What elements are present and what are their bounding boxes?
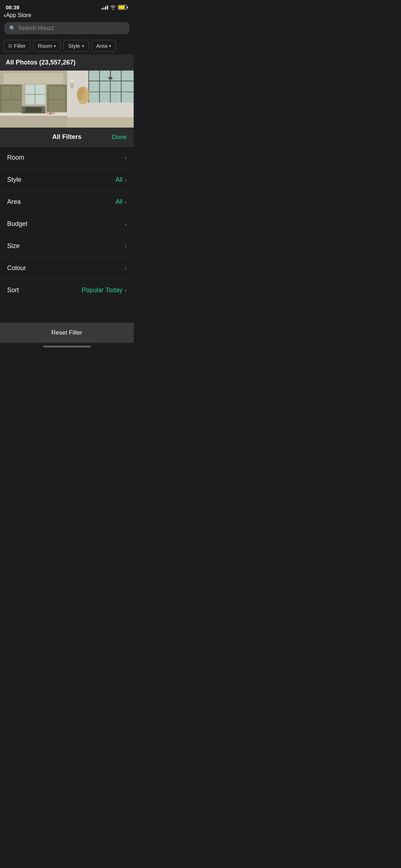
filters-title: All Filters xyxy=(52,133,81,141)
search-bar[interactable]: 🔍 Search Houzz xyxy=(4,22,129,34)
svg-rect-5 xyxy=(2,100,22,113)
svg-rect-8 xyxy=(25,107,42,112)
room-filter-label: Room xyxy=(7,154,24,161)
signal-icon xyxy=(102,5,108,10)
chevron-down-icon: ▾ xyxy=(54,44,56,48)
status-time: 08:39 xyxy=(6,4,19,10)
colour-chevron-right-icon: › xyxy=(125,265,127,272)
app-store-back-row[interactable]: ‹ App Store xyxy=(0,10,134,21)
svg-point-32 xyxy=(108,77,112,79)
search-placeholder: Search Houzz xyxy=(18,25,54,31)
area-filter-value: All xyxy=(115,198,123,206)
style-chip[interactable]: Style ▾ xyxy=(63,40,88,52)
style-label: Style xyxy=(68,43,80,49)
photos-count: All Photos (23,557,267) xyxy=(6,59,76,66)
style-filter-item[interactable]: Style All › xyxy=(0,169,134,191)
svg-rect-16 xyxy=(49,100,65,111)
area-filter-label: Area xyxy=(7,198,21,206)
status-icons: ⚡ xyxy=(102,5,128,10)
svg-rect-4 xyxy=(11,87,20,99)
size-filter-right: › xyxy=(125,243,127,249)
sort-filter-right: Popular Today › xyxy=(82,286,127,294)
filter-chips-row: ⊟ Filter Room ▾ Style ▾ Area ▾ xyxy=(0,37,134,55)
size-chevron-right-icon: › xyxy=(125,243,127,249)
svg-point-26 xyxy=(70,79,74,83)
battery-icon: ⚡ xyxy=(118,5,128,10)
room-filter-item[interactable]: Room › xyxy=(0,147,134,169)
colour-filter-item[interactable]: Colour › xyxy=(0,257,134,279)
filters-done-button[interactable]: Done xyxy=(112,134,127,141)
home-bar xyxy=(43,346,91,347)
reset-filter-bar[interactable]: Reset Filter xyxy=(0,323,134,343)
filter-label: Filter xyxy=(14,43,26,49)
style-filter-right: All › xyxy=(115,176,127,184)
area-chevron-right-icon: › xyxy=(125,199,127,205)
filters-overlay: All Filters Done xyxy=(0,128,134,147)
sort-filter-value: Popular Today xyxy=(82,286,123,294)
budget-filter-label: Budget xyxy=(7,220,27,228)
home-indicator xyxy=(0,343,134,350)
room-chevron-right-icon: › xyxy=(125,155,127,161)
search-icon: 🔍 xyxy=(9,25,15,31)
photo-grid xyxy=(0,71,134,128)
reset-filter-label: Reset Filter xyxy=(51,329,82,336)
svg-point-29 xyxy=(81,92,88,103)
room-filter-right: › xyxy=(125,155,127,161)
area-filter-item[interactable]: Area All › xyxy=(0,191,134,213)
svg-rect-30 xyxy=(67,117,134,128)
budget-filter-right: › xyxy=(125,221,127,227)
status-bar: 08:39 ⚡ xyxy=(0,0,134,10)
app-store-back-label: App Store xyxy=(6,12,31,19)
colour-filter-label: Colour xyxy=(7,264,26,272)
budget-chevron-right-icon: › xyxy=(125,221,127,227)
area-chevron-down-icon: ▾ xyxy=(109,44,111,48)
colour-filter-right: › xyxy=(125,265,127,272)
wifi-icon xyxy=(110,5,116,10)
budget-filter-item[interactable]: Budget › xyxy=(0,213,134,235)
style-filter-label: Style xyxy=(7,176,21,184)
filters-header: All Filters Done xyxy=(0,128,134,147)
style-chevron-down-icon: ▾ xyxy=(82,44,84,48)
svg-rect-3 xyxy=(2,87,11,99)
area-label: Area xyxy=(96,43,108,49)
area-chip[interactable]: Area ▾ xyxy=(92,40,116,52)
back-chevron-icon: ‹ xyxy=(4,11,6,19)
style-filter-value: All xyxy=(115,176,123,184)
room-chip[interactable]: Room ▾ xyxy=(33,40,61,52)
photos-header: All Photos (23,557,267) xyxy=(0,55,134,71)
search-row: 🔍 Search Houzz xyxy=(0,21,134,37)
svg-rect-18 xyxy=(88,71,134,103)
style-chevron-right-icon: › xyxy=(125,177,127,183)
size-filter-label: Size xyxy=(7,242,20,250)
svg-rect-15 xyxy=(49,87,65,99)
sort-filter-label: Sort xyxy=(7,286,19,294)
sort-chevron-right-icon: › xyxy=(125,287,127,294)
filter-button[interactable]: ⊟ Filter xyxy=(4,40,30,52)
sort-filter-item[interactable]: Sort Popular Today › xyxy=(0,279,134,301)
photo-right xyxy=(67,71,134,128)
size-filter-item[interactable]: Size › xyxy=(0,235,134,257)
photo-left xyxy=(0,71,67,128)
area-filter-right: All › xyxy=(115,198,127,206)
svg-rect-1 xyxy=(4,73,63,84)
svg-rect-13 xyxy=(50,112,51,114)
sliders-icon: ⊟ xyxy=(8,43,12,48)
room-label: Room xyxy=(38,43,52,49)
filter-list: Room › Style All › Area All › Budget › S… xyxy=(0,147,134,301)
